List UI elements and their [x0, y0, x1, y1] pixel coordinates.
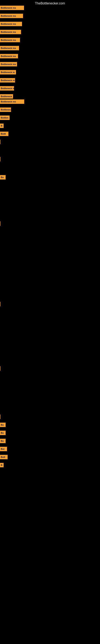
bottleneck-bar-3: Bottleneck res — [0, 30, 21, 34]
bottleneck-bar-8: Bottleneck re — [0, 70, 16, 74]
bottleneck-bar-11: Bottleneck — [0, 94, 13, 98]
bottleneck-bar-14: Bottlen — [0, 116, 10, 120]
bar-line-21 — [0, 302, 0, 306]
bottleneck-bar-26: Bo — [0, 439, 6, 443]
bottleneck-bar-0: Bottleneck res — [0, 6, 24, 10]
bottleneck-bar-10: Bottleneck re — [0, 86, 14, 90]
bar-line-22 — [0, 366, 0, 371]
bar-line-20 — [0, 222, 0, 226]
bottleneck-bar-13: Bottleneck — [0, 108, 11, 112]
bottleneck-bar-4: Bottleneck res — [0, 38, 20, 42]
bottleneck-bar-19: Bo — [0, 175, 6, 180]
bottleneck-bar-25: Bo — [0, 431, 6, 435]
bottleneck-bar-6: Bottleneck res — [0, 54, 18, 58]
bar-line-18 — [0, 157, 0, 162]
bottleneck-bar-7: Bottleneck res — [0, 62, 17, 66]
bottleneck-bar-12: Bottleneck res — [0, 100, 24, 104]
bottleneck-bar-27: Bot — [0, 447, 7, 451]
bottleneck-bar-28: Bott — [0, 455, 8, 459]
bar-line-17 — [0, 140, 0, 144]
bottleneck-bar-9: Bottleneck re — [0, 78, 15, 82]
bottleneck-bar-1: Bottleneck res — [0, 14, 23, 18]
bottleneck-bar-24: Bo — [0, 422, 6, 427]
bottleneck-bar-15: B — [0, 124, 3, 128]
bottleneck-bar-5: Bottleneck res — [0, 46, 19, 50]
bar-line-23 — [0, 414, 0, 419]
bottleneck-bar-16: Bottl — [0, 132, 8, 136]
bottleneck-bar-29: B — [0, 463, 3, 467]
bottleneck-bar-2: Bottleneck res — [0, 22, 22, 26]
